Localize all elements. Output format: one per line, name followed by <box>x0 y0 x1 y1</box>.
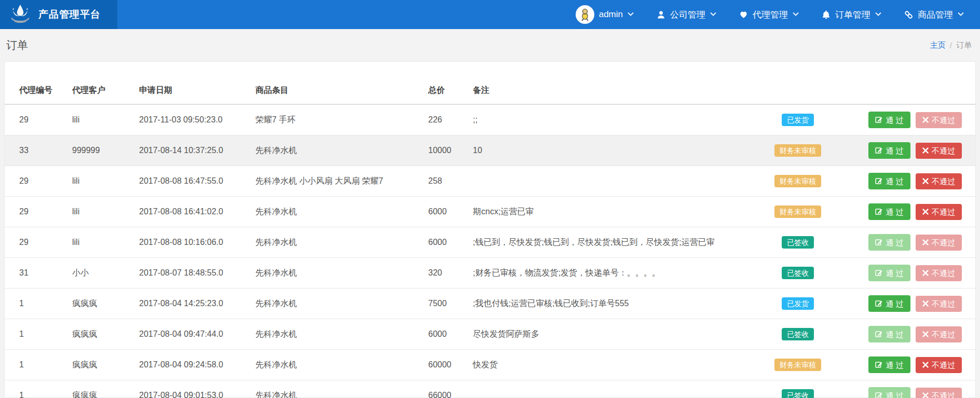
edit-icon <box>875 269 882 277</box>
brand[interactable]: 产品管理平台 <box>0 0 117 29</box>
cell-remark: ;; <box>469 104 751 135</box>
menu-agents[interactable]: 代理管理 <box>727 0 810 29</box>
cell-date: 2017-08-08 16:41:02.0 <box>135 197 251 227</box>
cell-agent-no: 1 <box>5 289 68 319</box>
table-header-row: 代理编号 代理客户 申请日期 商品条目 总价 备注 <box>5 77 975 104</box>
header-actions <box>845 77 975 104</box>
header-customer: 代理客户 <box>68 77 135 104</box>
status-badge: 财务未审核 <box>774 144 821 157</box>
cell-date: 2017-08-08 16:47:55.0 <box>135 166 251 197</box>
link-icon <box>904 10 913 19</box>
edit-icon <box>875 330 882 338</box>
reject-button[interactable]: 不通过 <box>916 143 962 159</box>
cell-total: 6000 <box>424 227 469 258</box>
status-badge: 财务未审核 <box>774 205 821 218</box>
x-icon <box>922 177 929 185</box>
table-row: 1 疯疯疯 2017-08-04 09:01:53.0 先科净水机 66000 … <box>5 380 975 398</box>
reject-label: 不通过 <box>932 239 955 246</box>
cell-actions: 通 过 不通过 <box>845 197 975 227</box>
cell-status: 财务未审核 <box>751 350 845 380</box>
cell-customer: lili <box>68 227 135 258</box>
cell-customer: lili <box>68 104 135 135</box>
approve-button[interactable]: 通 过 <box>868 326 910 342</box>
approve-button[interactable]: 通 过 <box>868 173 910 189</box>
header-status <box>751 77 845 104</box>
cell-agent-no: 29 <box>5 197 68 227</box>
orders-tbody: 29 lili 2017-11-03 09:50:23.0 荣耀7 手环 226… <box>5 104 975 398</box>
edit-icon <box>875 177 882 185</box>
reject-label: 不通过 <box>932 177 955 185</box>
status-badge: 已签收 <box>782 328 814 340</box>
cell-status: 财务未审核 <box>751 197 845 227</box>
x-icon <box>922 269 929 277</box>
cell-date: 2017-08-08 10:16:06.0 <box>135 227 251 258</box>
cell-agent-no: 29 <box>5 104 68 135</box>
page-title: 订单 <box>6 38 28 52</box>
approve-button[interactable]: 通 过 <box>868 142 910 159</box>
cell-actions: 通 过 不通过 <box>845 227 975 258</box>
edit-icon <box>875 146 882 155</box>
x-icon <box>922 239 929 246</box>
cell-status: 已签收 <box>751 258 845 289</box>
reject-button[interactable]: 不通过 <box>916 326 962 342</box>
reject-button[interactable]: 不通过 <box>916 112 962 128</box>
breadcrumb-home-link[interactable]: 主页 <box>930 40 946 50</box>
reject-label: 不通过 <box>932 208 955 216</box>
cell-status: 已签收 <box>751 227 845 258</box>
cell-actions: 通 过 不通过 <box>845 135 975 166</box>
approve-button[interactable]: 通 过 <box>868 203 910 220</box>
cell-remark: 10 <box>469 135 751 166</box>
chevron-down-icon <box>875 10 881 16</box>
cell-items: 荣耀7 手环 <box>251 104 424 135</box>
approve-button[interactable]: 通 过 <box>868 234 910 251</box>
bell-icon <box>822 10 831 19</box>
approve-button[interactable]: 通 过 <box>868 295 910 312</box>
table-row: 33 999999 2017-08-14 10:37:25.0 先科净水机 10… <box>5 135 975 166</box>
reject-button[interactable]: 不通过 <box>916 173 962 189</box>
approve-button[interactable]: 通 过 <box>868 265 910 281</box>
cell-customer: 疯疯疯 <box>68 289 135 319</box>
logo-icon <box>8 3 32 26</box>
cell-agent-no: 1 <box>5 380 68 398</box>
approve-button[interactable]: 通 过 <box>868 387 910 398</box>
reject-button[interactable]: 不通过 <box>916 296 962 312</box>
reject-button[interactable]: 不通过 <box>916 388 962 398</box>
cell-remark: 快发货 <box>469 350 751 380</box>
menu-label: 代理管理 <box>753 9 788 21</box>
cell-agent-no: 1 <box>5 319 68 350</box>
reject-button[interactable]: 不通过 <box>916 204 962 220</box>
cell-items: 先科净水机 <box>251 380 424 398</box>
approve-label: 通 过 <box>886 239 903 246</box>
cell-customer: 疯疯疯 <box>68 380 135 398</box>
cell-items: 先科净水机 <box>251 227 424 258</box>
table-row: 1 疯疯疯 2017-08-04 09:47:44.0 先科净水机 6000 尽… <box>5 319 975 350</box>
cell-status: 财务未审核 <box>751 166 845 197</box>
cell-customer: lili <box>68 197 135 227</box>
user-icon <box>657 10 665 19</box>
table-row: 1 疯疯疯 2017-08-04 09:24:58.0 先科净水机 60000 … <box>5 350 975 380</box>
menu-orders[interactable]: 订单管理 <box>810 0 892 29</box>
reject-button[interactable]: 不通过 <box>916 265 962 281</box>
status-badge: 财务未审核 <box>774 175 821 187</box>
approve-button[interactable]: 通 过 <box>868 112 910 128</box>
edit-icon <box>875 238 882 246</box>
cell-items: 先科净水机 <box>251 135 424 166</box>
header-total: 总价 <box>424 77 469 104</box>
user-dropdown[interactable]: admin <box>564 0 645 29</box>
cell-remark: 尽快发货阿萨斯多 <box>469 319 751 350</box>
reject-label: 不通过 <box>932 361 955 369</box>
menu-company[interactable]: 公司管理 <box>645 0 727 29</box>
reject-button[interactable]: 不通过 <box>916 357 962 373</box>
approve-button[interactable]: 通 过 <box>868 356 910 373</box>
edit-icon <box>875 391 882 398</box>
table-row: 29 lili 2017-11-03 09:50:23.0 荣耀7 手环 226… <box>5 104 975 135</box>
approve-label: 通 过 <box>886 300 903 308</box>
table-row: 29 lili 2017-08-08 10:16:06.0 先科净水机 6000… <box>5 227 975 258</box>
reject-button[interactable]: 不通过 <box>916 235 962 251</box>
approve-label: 通 过 <box>886 116 903 124</box>
reject-label: 不通过 <box>932 392 955 398</box>
menu-products[interactable]: 商品管理 <box>892 0 975 29</box>
cell-agent-no: 29 <box>5 166 68 197</box>
x-icon <box>922 208 929 216</box>
menu-label: 商品管理 <box>918 9 953 21</box>
